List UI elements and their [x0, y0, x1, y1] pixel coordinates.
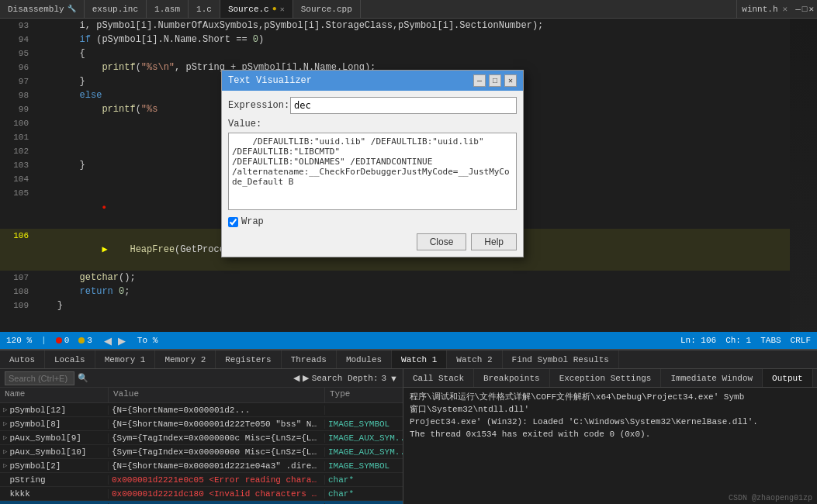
- output-line-2: 窗口\System32\ntdll.dll': [410, 403, 811, 416]
- error-count: 0: [64, 336, 70, 345]
- tab-disassembly[interactable]: Disassembly 🔧: [0, 0, 85, 18]
- watch-name-kkkk: ▷ kkkk: [0, 489, 109, 499]
- tab-callstack[interactable]: Call Stack: [403, 369, 474, 387]
- watch-value-paux10: {Sym={TagIndex=0x00000000 Misc={LnSz={Li…: [109, 447, 325, 457]
- tab-autos[interactable]: Autos: [0, 350, 45, 368]
- tabs-label: TABS: [760, 336, 781, 345]
- tab-watch1[interactable]: Watch 1: [392, 350, 447, 368]
- warning-count-area: 3: [78, 336, 92, 345]
- expand-icon[interactable]: ▷: [3, 433, 7, 442]
- expand-icon[interactable]: ▷: [3, 419, 7, 428]
- dialog-minimize-button[interactable]: —: [473, 74, 486, 87]
- nav-back-button[interactable]: ◀: [102, 335, 114, 347]
- line-num-104: 104: [0, 172, 35, 186]
- minimize-icon[interactable]: —: [795, 5, 801, 14]
- tab-c1[interactable]: 1.c: [189, 0, 220, 18]
- watch-row-paux9[interactable]: ▷ pAux_Symbol[9] {Sym={TagIndex=0x000000…: [0, 431, 403, 445]
- watch-row-pstring[interactable]: ▷ pString 0x000001d2221e0c05 <Error read…: [0, 473, 403, 487]
- dialog-title-buttons: — □ ✕: [473, 74, 517, 87]
- tab-memory1[interactable]: Memory 1: [95, 350, 156, 368]
- watch-row-dec[interactable]: ▷ dec 0x000001d2221dc4dc "/DEFAULTLIB:\"…: [0, 501, 403, 504]
- tab-immediate-window[interactable]: Immediate Window: [661, 369, 763, 387]
- watch-and-output: 🔍 ◀ ▶ Search Depth: 3 ▼ Name Value Type: [0, 369, 817, 504]
- wrap-checkbox[interactable]: [228, 217, 238, 227]
- output-line-4: The thread 0x1534 has exited with code 0…: [410, 428, 811, 440]
- status-bar: 120 % | 0 3 ◀ ▶ To % Ln: 106 Ch: 1 TABS …: [0, 332, 817, 349]
- tab-threads[interactable]: Threads: [282, 350, 337, 368]
- tab-registers[interactable]: Registers: [216, 350, 281, 368]
- error-indicator: [56, 337, 62, 343]
- line-num-107: 107: [0, 271, 35, 285]
- close-window-icon[interactable]: ✕: [808, 4, 814, 14]
- tab-output[interactable]: Output: [763, 369, 813, 387]
- nav-forward-button[interactable]: ▶: [116, 335, 128, 347]
- tab-find-symbol[interactable]: Find Symbol Results: [503, 350, 619, 368]
- tab-memory2[interactable]: Memory 2: [155, 350, 216, 368]
- column-headers: Name Value Type: [0, 388, 403, 403]
- close-icon-winnt[interactable]: ✕: [783, 4, 788, 14]
- maximize-icon[interactable]: □: [802, 5, 808, 14]
- tab-locals[interactable]: Locals: [45, 350, 95, 368]
- close-source-c-icon[interactable]: ✕: [280, 5, 285, 14]
- tab-asm1[interactable]: 1.asm: [147, 0, 189, 18]
- dialog-title-text: Text Visualizer: [228, 75, 312, 86]
- tab-source-c[interactable]: Source.c ● ✕: [220, 0, 293, 18]
- tab-modules[interactable]: Modules: [337, 350, 392, 368]
- expand-icon[interactable]: ▷: [3, 406, 7, 414]
- winnt-tab-area: winnt.h ✕: [736, 0, 792, 18]
- output-panel: Call Stack Breakpoints Exception Setting…: [403, 369, 817, 504]
- all-tabs: Disassembly 🔧 exsup.inc 1.asm 1.c Source…: [0, 0, 736, 18]
- col-header-name: Name: [0, 388, 109, 402]
- line-content-107: getchar();: [35, 271, 790, 285]
- watch-type-kkkk: char*: [325, 489, 403, 499]
- dialog-title-bar[interactable]: Text Visualizer — □ ✕: [222, 71, 523, 91]
- dialog-maximize-button[interactable]: □: [489, 74, 501, 87]
- watch-name-paux9: ▷ pAux_Symbol[9]: [0, 433, 109, 443]
- depth-back-button[interactable]: ◀: [293, 373, 299, 383]
- search-icon-button[interactable]: 🔍: [78, 373, 88, 383]
- watch-row-paux10[interactable]: ▷ pAux_Symbol[10] {Sym={TagIndex=0x00000…: [0, 445, 403, 459]
- watch-row-psymbol12[interactable]: ▷ pSymbol[12] {N={ShortName=0x000001d2..…: [0, 403, 403, 417]
- expand-icon[interactable]: ▷: [3, 447, 7, 456]
- warning-indicator: [78, 337, 85, 343]
- col-header-value: Value: [109, 388, 325, 402]
- depth-forward-button[interactable]: ▶: [303, 373, 309, 383]
- to-percent-label: To %: [137, 336, 158, 345]
- watch-header: 🔍 ◀ ▶ Search Depth: 3 ▼: [0, 369, 403, 388]
- dialog-close-button[interactable]: ✕: [504, 74, 517, 87]
- output-line-1: 程序\调试和运行\文件格式详解\COFF文件解析\x64\Debug\Proje…: [410, 391, 811, 403]
- line-num-103: 103: [0, 158, 35, 172]
- tab-exception-settings[interactable]: Exception Settings: [550, 369, 662, 387]
- code-line-108: 108 return 0;: [0, 285, 790, 299]
- disassembly-label: Disassembly: [8, 5, 64, 14]
- watch-type-paux10: IMAGE_AUX_SYM...: [325, 447, 403, 457]
- dialog-body: Expression: Value: /DEFAULTLIB:"uuid.lib…: [222, 91, 523, 257]
- text-visualizer-dialog[interactable]: Text Visualizer — □ ✕ Expression: Value:…: [221, 70, 524, 257]
- line-content-93: i, pSymbol[i].NumberOfAuxSymbols,pSymbol…: [35, 19, 790, 33]
- winnt-tab[interactable]: winnt.h: [742, 5, 777, 14]
- nav-buttons: ◀ ▶: [102, 335, 128, 347]
- tab-bar: Disassembly 🔧 exsup.inc 1.asm 1.c Source…: [0, 0, 817, 19]
- tab-exsup[interactable]: exsup.inc: [85, 0, 147, 18]
- watch-search-area: 🔍: [5, 371, 88, 385]
- watch-type-paux9: IMAGE_AUX_SYM...: [325, 433, 403, 443]
- error-count-area: 0: [56, 336, 70, 345]
- tab-source-cpp[interactable]: Source.cpp: [293, 0, 361, 18]
- tab-watch2[interactable]: Watch 2: [447, 350, 502, 368]
- value-textarea[interactable]: /DEFAULTLIB:"uuid.lib" /DEFAULTLIB:"uuid…: [228, 133, 517, 210]
- close-button[interactable]: Close: [417, 233, 467, 250]
- help-button[interactable]: Help: [471, 233, 517, 250]
- line-content-95: {: [35, 47, 790, 60]
- expand-icon[interactable]: ▷: [3, 461, 7, 470]
- watch-row-psymbol8[interactable]: ▷ pSymbol[8] {N={ShortName=0x000001d222T…: [0, 417, 403, 431]
- ch-label: Ch: 1: [725, 336, 751, 345]
- watch-value-psymbol2: {N={ShortName=0x000001d2221e04a3" .direc…: [109, 461, 325, 471]
- tab-breakpoints[interactable]: Breakpoints: [474, 369, 550, 387]
- watch-search-input[interactable]: [5, 371, 74, 385]
- line-content-94: if (pSymbol[i].N.Name.Short == 0): [35, 33, 790, 47]
- watch-row-psymbol2[interactable]: ▷ pSymbol[2] {N={ShortName=0x000001d2221…: [0, 459, 403, 473]
- wrap-label: Wrap: [241, 216, 264, 227]
- watch-row-kkkk[interactable]: ▷ kkkk 0x000001d2221dc180 <Invalid chara…: [0, 487, 403, 501]
- depth-decrease-button[interactable]: ▼: [389, 374, 398, 383]
- expression-input[interactable]: [290, 97, 517, 114]
